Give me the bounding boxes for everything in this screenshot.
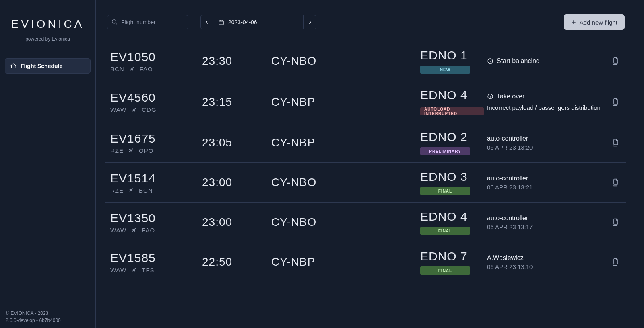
flight-row[interactable]: EV1050BCNFAO23:30CY-NBOEDNO 1NEWStart ba… [105, 41, 626, 81]
departure-time: 23:05 [202, 136, 271, 149]
controller-time: 06 APR 23 13:17 [487, 223, 601, 230]
main-content: 2023-04-06 Add new flight EV1050BCNFAO23… [96, 0, 644, 328]
flight-row[interactable]: EV4560WAWCDG23:15CY-NBPEDNO 4AUTOLOAD IN… [105, 81, 626, 123]
sidebar-footer: © EVIONICA - 2023 2.6.0-develop - 6b7b40… [5, 305, 91, 328]
copy-button[interactable] [610, 137, 621, 148]
edno-number: EDNO 3 [420, 170, 479, 184]
airplane-icon [128, 65, 136, 73]
status-badge: PRELIMINARY [420, 147, 470, 155]
flight-row[interactable]: EV1350WAWFAO23:00CY-NBOEDNO 4FINALauto-c… [105, 202, 626, 242]
svg-rect-2 [219, 20, 223, 25]
copy-button[interactable] [610, 96, 621, 108]
action-block: auto-controller06 APR 23 13:17 [479, 215, 601, 230]
flight-route: WAWTFS [110, 266, 202, 273]
controller-time: 06 APR 23 13:10 [487, 263, 601, 270]
dest-code: OPO [139, 147, 153, 154]
action-link[interactable]: Start balancing [487, 57, 601, 65]
copy-icon [612, 57, 620, 65]
add-flight-label: Add new flight [580, 19, 617, 26]
origin-code: WAW [110, 106, 126, 113]
plus-icon [571, 19, 576, 25]
chevron-left-icon [204, 19, 210, 25]
edno-block: EDNO 1NEW [420, 49, 479, 74]
status-badge: NEW [420, 66, 470, 74]
controller-name: auto-controller [487, 175, 601, 182]
edno-number: EDNO 4 [420, 210, 479, 223]
sidebar-item-label: Flight Schedule [21, 63, 62, 69]
copy-button[interactable] [610, 256, 621, 268]
action-block: A.Wąsiewicz06 APR 23 13:10 [479, 254, 601, 270]
action-block: auto-controller06 APR 23 13:20 [479, 135, 601, 151]
departure-time: 23:30 [202, 55, 271, 68]
flight-number: EV1675 [110, 132, 202, 146]
warning-message: Incorrect payload / passengers distribut… [487, 104, 601, 111]
action-block: Take overIncorrect payload / passengers … [479, 93, 601, 111]
copy-icon [612, 258, 620, 266]
dest-code: BCN [139, 187, 153, 194]
aircraft-registration: CY-NBO [271, 55, 420, 68]
departure-time: 23:00 [202, 216, 271, 229]
flight-route: WAWFAO [110, 227, 202, 234]
edno-block: EDNO 4FINAL [420, 210, 479, 235]
copy-icon [612, 139, 620, 147]
edno-number: EDNO 7 [420, 250, 479, 263]
toolbar: 2023-04-06 Add new flight [105, 14, 626, 41]
status-badge: FINAL [420, 227, 470, 235]
flight-number: EV1585 [110, 251, 202, 265]
action-block: auto-controller06 APR 23 13:21 [479, 175, 601, 191]
edno-number: EDNO 4 [420, 88, 479, 102]
airplane-icon [127, 146, 135, 154]
date-prev-button[interactable] [200, 15, 213, 29]
controller-name: auto-controller [487, 135, 601, 142]
dest-code: CDG [142, 106, 156, 113]
info-icon [487, 93, 493, 100]
controller-name: auto-controller [487, 215, 601, 222]
flight-row[interactable]: EV1585WAWTFS22:50CY-NBPEDNO 7FINALA.Wąsi… [105, 242, 626, 282]
copyright-label: © EVIONICA - 2023 [6, 310, 90, 317]
svg-line-1 [116, 23, 117, 24]
dest-code: FAO [140, 66, 153, 72]
date-next-button[interactable] [303, 15, 316, 29]
edno-block: EDNO 7FINAL [420, 250, 479, 275]
sidebar-item-flight-schedule[interactable]: Flight Schedule [5, 58, 91, 74]
date-field[interactable]: 2023-04-06 [213, 15, 303, 29]
chevron-right-icon [307, 19, 313, 25]
powered-by-label: powered by Evionica [5, 36, 91, 42]
flight-number: EV1514 [110, 172, 202, 185]
flight-list: EV1050BCNFAO23:30CY-NBOEDNO 1NEWStart ba… [105, 41, 626, 282]
origin-code: WAW [110, 227, 126, 234]
status-badge: AUTOLOAD INTERRUPTED [420, 107, 484, 115]
logo: EVIONICA [5, 0, 91, 34]
controller-time: 06 APR 23 13:20 [487, 144, 601, 151]
add-flight-button[interactable]: Add new flight [564, 14, 625, 30]
origin-code: WAW [110, 266, 126, 273]
action-link[interactable]: Take over [487, 93, 601, 100]
airplane-icon [130, 106, 138, 114]
logo-text: EVIONICA [9, 18, 87, 31]
status-badge: FINAL [420, 266, 470, 275]
home-icon [10, 63, 17, 69]
copy-button[interactable] [610, 177, 621, 188]
action-block: Start balancing [479, 57, 601, 65]
search-wrap [107, 15, 188, 29]
search-icon [111, 18, 118, 25]
origin-code: RZE [110, 187, 124, 194]
copy-button[interactable] [610, 217, 621, 228]
flight-row[interactable]: EV1675RZEOPO23:05CY-NBPEDNO 2PRELIMINARY… [105, 123, 626, 162]
dest-code: FAO [142, 227, 155, 234]
sidebar-separator [5, 51, 91, 51]
search-input[interactable] [107, 15, 188, 29]
controller-name: A.Wąsiewicz [487, 254, 601, 262]
copy-icon [612, 218, 620, 226]
copy-button[interactable] [610, 55, 621, 67]
date-picker: 2023-04-06 [200, 15, 316, 29]
flight-row[interactable]: EV1514RZEBCN23:00CY-NBOEDNO 3FINALauto-c… [105, 162, 626, 202]
departure-time: 23:00 [202, 176, 271, 189]
origin-code: BCN [110, 66, 124, 72]
aircraft-registration: CY-NBO [271, 216, 420, 229]
flight-route: RZEOPO [110, 147, 202, 154]
svg-point-0 [112, 20, 116, 23]
copy-icon [612, 178, 620, 187]
version-label: 2.6.0-develop - 6b7b4000 [6, 317, 90, 324]
action-label: Take over [497, 93, 524, 100]
